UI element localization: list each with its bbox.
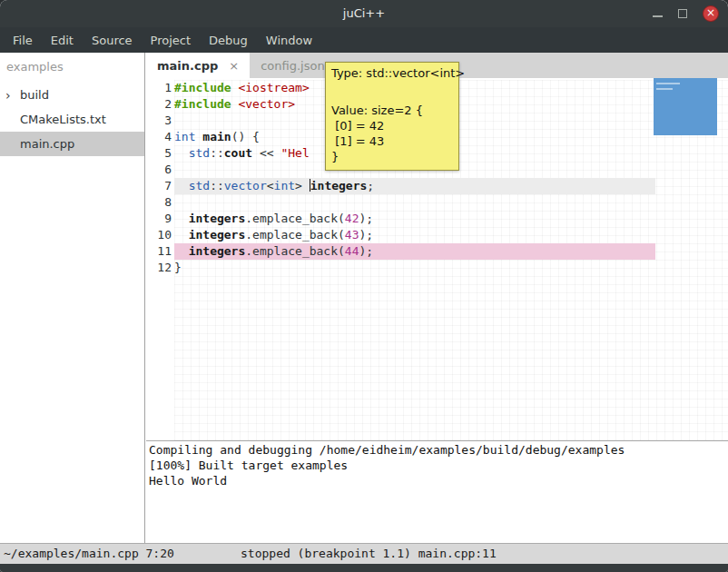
sidebar-item-cmakelists-txt[interactable]: CMakeLists.txt	[0, 107, 144, 132]
menu-item-source[interactable]: Source	[83, 29, 142, 52]
code-token: vector	[224, 179, 267, 192]
code-token: );	[359, 212, 374, 225]
tab-label: config.json	[261, 59, 325, 73]
line-number[interactable]: 12	[146, 260, 172, 276]
line-number[interactable]: 9	[146, 211, 172, 227]
line-number[interactable]: 1	[146, 80, 172, 96]
line-number[interactable]: 8	[146, 194, 172, 211]
overview-line	[656, 83, 680, 84]
status-bar: ~/examples/main.cpp 7:20 stopped (breakp…	[0, 543, 728, 564]
code-token: #include	[174, 97, 231, 111]
chevron-right-icon[interactable]: ›	[5, 89, 20, 102]
file-label: main.cpp	[20, 137, 74, 151]
file-sidebar: examples ›buildCMakeLists.txtmain.cpp	[0, 53, 145, 543]
code-token	[174, 228, 189, 242]
code-token: <iostream>	[238, 81, 309, 94]
code-token: ;	[367, 179, 374, 192]
menu-bar: FileEditSourceProjectDebugWindow	[0, 27, 728, 53]
tooltip-type-line: Type: std::vector<int>	[331, 65, 453, 81]
line-number[interactable]: 5	[146, 145, 172, 162]
line-number[interactable]: 3	[146, 113, 172, 129]
maximize-icon[interactable]	[678, 9, 687, 18]
line-number[interactable]: 2	[146, 96, 172, 113]
tab-main-cpp[interactable]: main.cpp×	[146, 53, 250, 78]
app-window: juCi++ × FileEditSourceProjectDebugWindo…	[0, 0, 728, 572]
menu-item-file[interactable]: File	[4, 29, 42, 52]
code-token: 43	[345, 228, 359, 242]
code-token	[174, 212, 189, 225]
code-token: 42	[345, 212, 359, 225]
sidebar-header: examples	[0, 53, 144, 83]
line-number[interactable]: 6	[146, 162, 172, 178]
code-token: <	[267, 179, 274, 192]
code-token: integers	[189, 228, 246, 242]
status-cursor-position: ~/examples/main.cpp 7:20	[4, 547, 174, 560]
code-token: int	[274, 179, 295, 192]
code-token	[174, 179, 189, 192]
tooltip-value-line: }	[331, 149, 453, 164]
code-line: integers.emplace_back(43);	[174, 227, 655, 243]
terminal-line: Compiling and debugging /home/eidheim/ex…	[149, 442, 725, 458]
code-token: 44	[345, 244, 359, 258]
sidebar-item-main-cpp[interactable]: main.cpp	[0, 132, 144, 156]
window-controls: ×	[653, 0, 719, 27]
window-bottom-edge	[0, 564, 728, 572]
code-token: ::	[210, 146, 224, 160]
code-token: <vector>	[238, 97, 295, 111]
code-line: integers.emplace_back(42);	[174, 211, 655, 227]
code-token: }	[174, 261, 182, 274]
tooltip-value-line: [0] = 42	[331, 118, 453, 133]
line-number[interactable]: 11	[146, 243, 172, 260]
tab-close-icon[interactable]: ×	[229, 59, 239, 73]
code-line: integers.emplace_back(44);	[174, 243, 655, 260]
code-token: .emplace_back(	[245, 212, 345, 225]
code-token	[174, 146, 189, 160]
line-number-gutter[interactable]: 123456789101112	[146, 80, 172, 276]
line-number[interactable]: 4	[146, 129, 172, 145]
title-bar: juCi++ ×	[0, 0, 728, 27]
code-token: ::	[210, 179, 224, 192]
code-token: () {	[231, 130, 260, 143]
code-token: std	[189, 179, 210, 192]
window-title: juCi++	[0, 0, 728, 27]
code-token: integers	[310, 179, 368, 192]
code-token: <<	[252, 146, 280, 160]
terminal-output[interactable]: Compiling and debugging /home/eidheim/ex…	[146, 440, 728, 543]
code-line	[174, 194, 655, 211]
code-token: cout	[224, 146, 252, 160]
code-token: >	[295, 179, 310, 192]
file-tree: ›buildCMakeLists.txtmain.cpp	[0, 83, 144, 156]
overview-line	[656, 88, 673, 90]
code-token: integers	[189, 212, 246, 225]
file-label: build	[20, 88, 49, 102]
debug-value-tooltip: Type: std::vector<int> Value: size=2 { […	[325, 62, 459, 171]
sidebar-item-build[interactable]: ›build	[0, 83, 144, 107]
minimize-icon[interactable]	[653, 15, 663, 17]
menu-item-debug[interactable]: Debug	[200, 29, 257, 52]
tooltip-value-line: Value: size=2 {	[331, 103, 453, 118]
code-token: main	[202, 130, 231, 143]
file-label: CMakeLists.txt	[20, 113, 106, 126]
code-token: int	[174, 130, 195, 143]
code-token: .emplace_back(	[245, 228, 345, 242]
terminal-line: [100%] Built target examples	[149, 458, 725, 473]
tooltip-value-line: [1] = 43	[331, 133, 453, 149]
line-number[interactable]: 10	[146, 227, 172, 243]
menu-item-window[interactable]: Window	[257, 29, 321, 52]
code-token: "Hel	[280, 146, 309, 160]
code-token	[174, 244, 189, 258]
code-token: std	[189, 146, 210, 160]
scroll-overview-thumb[interactable]	[654, 78, 717, 135]
line-number[interactable]: 7	[146, 178, 172, 194]
menu-item-project[interactable]: Project	[142, 29, 200, 52]
code-token: );	[359, 228, 374, 242]
tooltip-value-block: Value: size=2 { [0] = 42 [1] = 43}	[331, 103, 453, 164]
code-line: std::vector<int> integers;	[174, 178, 655, 194]
close-icon[interactable]: ×	[703, 5, 719, 22]
menu-item-edit[interactable]: Edit	[42, 29, 83, 52]
code-token: );	[359, 244, 374, 258]
terminal-line: Hello World	[149, 473, 725, 488]
code-token: .emplace_back(	[245, 244, 345, 258]
status-debug-state: stopped (breakpoint 1.1) main.cpp:11	[241, 547, 497, 560]
code-line: }	[174, 260, 655, 276]
